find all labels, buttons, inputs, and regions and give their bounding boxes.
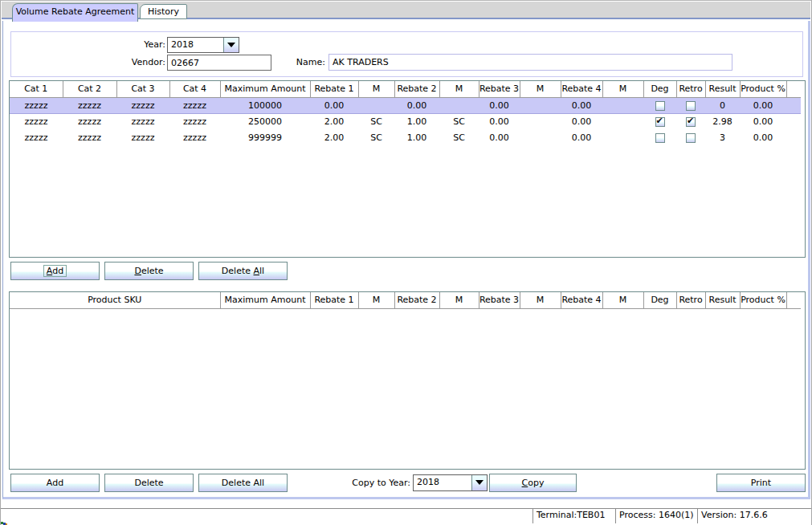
- column-header[interactable]: Product %: [740, 292, 786, 308]
- cell[interactable]: 100000: [220, 97, 310, 113]
- column-header[interactable]: Cat 2: [63, 81, 116, 97]
- cell[interactable]: [439, 97, 479, 113]
- cell[interactable]: [676, 113, 705, 129]
- cell[interactable]: [520, 129, 561, 145]
- cell[interactable]: 2.00: [310, 129, 358, 145]
- cell[interactable]: [786, 97, 801, 113]
- cell[interactable]: 0.00: [479, 129, 520, 145]
- cell[interactable]: [358, 97, 394, 113]
- cell[interactable]: zzzzz: [10, 113, 63, 129]
- copy-button[interactable]: Copy: [489, 474, 577, 492]
- column-header[interactable]: M: [520, 292, 561, 308]
- year-combobox[interactable]: 2018: [167, 37, 239, 53]
- tab-history[interactable]: History: [140, 4, 187, 19]
- column-header[interactable]: Rebate 4: [561, 81, 602, 97]
- cell[interactable]: zzzzz: [169, 129, 220, 145]
- cell[interactable]: 0.00: [740, 129, 786, 145]
- cell[interactable]: SC: [439, 113, 479, 129]
- cell[interactable]: 0.00: [310, 97, 358, 113]
- cell[interactable]: zzzzz: [63, 129, 116, 145]
- cell[interactable]: [676, 129, 705, 145]
- column-header[interactable]: Rebate 3: [479, 292, 520, 308]
- cell[interactable]: [520, 113, 561, 129]
- cell[interactable]: zzzzz: [169, 97, 220, 113]
- cell[interactable]: 250000: [220, 113, 310, 129]
- cell[interactable]: 0.00: [740, 97, 786, 113]
- column-header[interactable]: Cat 3: [116, 81, 169, 97]
- deg-checkbox[interactable]: [655, 101, 665, 111]
- column-header[interactable]: Cat 4: [169, 81, 220, 97]
- cell[interactable]: 0.00: [394, 97, 439, 113]
- tab-volume-rebate-agreement[interactable]: Volume Rebate Agreement: [12, 3, 138, 22]
- column-header[interactable]: Retro: [676, 292, 705, 308]
- cell[interactable]: 0.00: [479, 97, 520, 113]
- column-header[interactable]: Product SKU: [10, 292, 220, 308]
- cell[interactable]: zzzzz: [116, 129, 169, 145]
- product-delete-button[interactable]: Delete: [104, 474, 194, 492]
- column-header[interactable]: Rebate 1: [310, 292, 358, 308]
- cell[interactable]: 2.00: [310, 113, 358, 129]
- deg-checkbox[interactable]: [655, 133, 665, 143]
- column-header[interactable]: M: [520, 81, 561, 97]
- cell[interactable]: [643, 113, 676, 129]
- cell[interactable]: [643, 97, 676, 113]
- retro-checkbox[interactable]: [686, 117, 696, 127]
- cell[interactable]: [602, 129, 643, 145]
- column-header[interactable]: M: [358, 292, 394, 308]
- print-button[interactable]: Print: [716, 474, 806, 492]
- cell[interactable]: zzzzz: [116, 113, 169, 129]
- retro-checkbox[interactable]: [686, 133, 696, 143]
- product-delete-all-button[interactable]: Delete All: [198, 474, 288, 492]
- cell[interactable]: 0.00: [740, 113, 786, 129]
- cell[interactable]: 0.00: [561, 113, 602, 129]
- cell[interactable]: zzzzz: [63, 97, 116, 113]
- cell[interactable]: 3: [705, 129, 740, 145]
- column-header[interactable]: Cat 1: [10, 81, 63, 97]
- column-header[interactable]: M: [439, 81, 479, 97]
- retro-checkbox[interactable]: [686, 101, 696, 111]
- category-delete-button[interactable]: Delete: [104, 262, 194, 280]
- column-header[interactable]: Rebate 2: [394, 292, 439, 308]
- table-row[interactable]: zzzzzzzzzzzzzzzzzzzz2500002.00SC1.00SC0.…: [10, 113, 801, 129]
- category-delete-all-button[interactable]: Delete All: [198, 262, 288, 280]
- cell[interactable]: SC: [439, 129, 479, 145]
- cell[interactable]: 0.00: [561, 97, 602, 113]
- table-row[interactable]: zzzzzzzzzzzzzzzzzzzz9999992.00SC1.00SC0.…: [10, 129, 801, 145]
- year-combobox-arrow-button[interactable]: [223, 38, 239, 52]
- cell[interactable]: [786, 113, 801, 129]
- product-add-button[interactable]: Add: [10, 474, 100, 492]
- column-header[interactable]: Maximum Amount: [220, 81, 310, 97]
- cell[interactable]: 1.00: [394, 129, 439, 145]
- cell[interactable]: 2.98: [705, 113, 740, 129]
- column-header[interactable]: M: [439, 292, 479, 308]
- column-header[interactable]: Rebate 1: [310, 81, 358, 97]
- column-header[interactable]: M: [602, 81, 643, 97]
- cell[interactable]: 1.00: [394, 113, 439, 129]
- copy-to-year-combobox-arrow-button[interactable]: [471, 475, 487, 490]
- column-header[interactable]: Rebate 3: [479, 81, 520, 97]
- column-header[interactable]: Result: [705, 81, 740, 97]
- cell[interactable]: SC: [358, 113, 394, 129]
- cell[interactable]: [520, 97, 561, 113]
- name-input[interactable]: [328, 54, 732, 71]
- cell[interactable]: [602, 113, 643, 129]
- cell[interactable]: 0.00: [479, 113, 520, 129]
- column-header[interactable]: M: [358, 81, 394, 97]
- vendor-input[interactable]: [167, 55, 271, 71]
- category-add-button[interactable]: Add: [10, 262, 100, 280]
- cell[interactable]: zzzzz: [63, 113, 116, 129]
- cell[interactable]: 0: [705, 97, 740, 113]
- cell[interactable]: [786, 129, 801, 145]
- cell[interactable]: zzzzz: [10, 97, 63, 113]
- cell[interactable]: 0.00: [561, 129, 602, 145]
- cell[interactable]: [676, 97, 705, 113]
- column-header[interactable]: Rebate 2: [394, 81, 439, 97]
- copy-to-year-combobox[interactable]: 2018: [413, 474, 488, 491]
- column-header[interactable]: Rebate 4: [561, 292, 602, 308]
- column-header[interactable]: Product %: [740, 81, 786, 97]
- table-row[interactable]: zzzzzzzzzzzzzzzzzzzz1000000.000.000.000.…: [10, 97, 801, 113]
- column-header[interactable]: Retro: [676, 81, 705, 97]
- cell[interactable]: zzzzz: [10, 129, 63, 145]
- column-header[interactable]: Maximum Amount: [220, 292, 310, 308]
- cell[interactable]: zzzzz: [169, 113, 220, 129]
